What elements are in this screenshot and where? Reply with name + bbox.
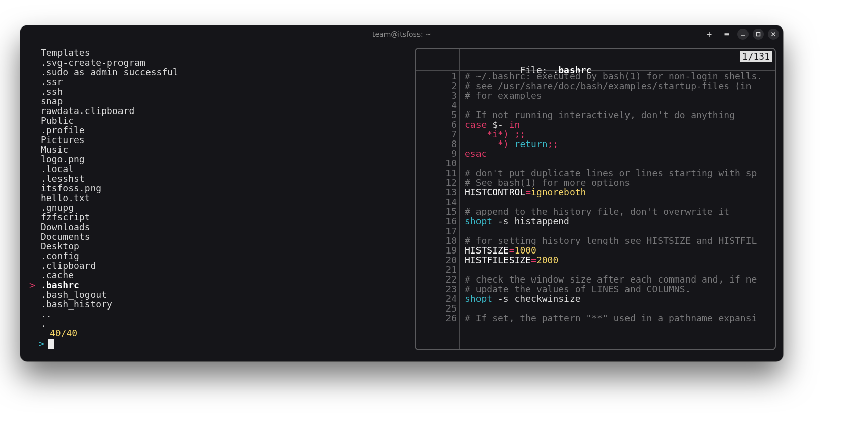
list-item[interactable]: Music	[29, 145, 416, 154]
list-item-label: .profile	[41, 125, 85, 135]
line-number: 16	[416, 216, 457, 226]
code-text: case $- in	[465, 120, 772, 129]
list-item-label: .lesshst	[41, 173, 85, 184]
list-item-label: .bashrc	[41, 279, 79, 290]
list-item-label: snap	[41, 96, 63, 106]
preview-pane[interactable]: File: .bashrc 1/131 1# ~/.bashrc: execut…	[415, 48, 776, 350]
list-item-label: Desktop	[41, 241, 79, 251]
list-item[interactable]: Downloads	[29, 222, 416, 232]
line-number: 12	[416, 178, 457, 187]
list-item[interactable]: .	[29, 319, 416, 328]
code-line: 22# check the window size after each com…	[416, 274, 775, 284]
list-item[interactable]: .lesshst	[29, 174, 416, 183]
list-item[interactable]: Templates	[29, 48, 416, 58]
code-text: # ~/.bashrc: executed by bash(1) for non…	[465, 71, 772, 81]
list-item-label: Downloads	[41, 221, 91, 232]
code-line: 15# append to the history file, don't ov…	[416, 207, 775, 216]
code-line: 13HISTCONTROL=ignoreboth	[416, 187, 775, 197]
line-number: 17	[416, 226, 457, 236]
list-item[interactable]: .ssh	[29, 87, 416, 96]
list-item-label: .clipboard	[41, 260, 96, 271]
code-line: 16shopt -s histappend	[416, 216, 775, 226]
code-line: 21	[416, 265, 775, 274]
list-item-label: Documents	[41, 231, 91, 242]
line-number: 10	[416, 158, 457, 168]
code-text: # for setting history length see HISTSIZ…	[465, 236, 772, 245]
list-item-label: .config	[41, 250, 79, 261]
menu-icon[interactable]: ≡	[720, 28, 733, 40]
code-line: 1# ~/.bashrc: executed by bash(1) for no…	[416, 71, 775, 81]
new-tab-icon[interactable]: +	[703, 28, 716, 40]
code-line: 11# don't put duplicate lines or lines s…	[416, 168, 775, 178]
code-text: shopt -s histappend	[465, 216, 772, 226]
list-item[interactable]: fzfscript	[29, 212, 416, 222]
list-item[interactable]: .clipboard	[29, 261, 416, 270]
chevron-right-icon: >	[29, 280, 35, 290]
list-item[interactable]: logo.png	[29, 154, 416, 164]
line-number: 24	[416, 294, 457, 303]
list-item[interactable]: .bash_logout	[29, 290, 416, 299]
list-item-label: rawdata.clipboard	[41, 105, 134, 116]
code-text: # See bash(1) for more options	[465, 178, 772, 187]
line-number: 14	[416, 197, 457, 207]
list-item-label: fzfscript	[41, 212, 91, 222]
code-text: # check the window size after each comma…	[465, 274, 772, 284]
list-item[interactable]: snap	[29, 96, 416, 106]
code-line: 18# for setting history length see HISTS…	[416, 236, 775, 245]
list-item[interactable]: .gnupg	[29, 203, 416, 212]
preview-position-badge: 1/131	[740, 51, 772, 62]
maximize-button[interactable]	[753, 29, 764, 40]
code-text: # see /usr/share/doc/bash/examples/start…	[465, 81, 772, 91]
list-item-label: .svg-create-program	[41, 57, 145, 68]
line-number: 15	[416, 207, 457, 216]
line-number: 3	[416, 91, 457, 100]
code-line: 14	[416, 197, 775, 207]
minimize-button[interactable]	[737, 29, 749, 40]
line-number: 22	[416, 274, 457, 284]
list-item[interactable]: .cache	[29, 270, 416, 280]
code-line: 20HISTFILESIZE=2000	[416, 255, 775, 265]
list-item[interactable]: rawdata.clipboard	[29, 106, 416, 116]
prompt-symbol: >	[39, 338, 44, 349]
code-line: 26# If set, the pattern "**" used in a p…	[416, 313, 775, 323]
line-number: 7	[416, 129, 457, 139]
line-number: 25	[416, 303, 457, 313]
code-line: 6case $- in	[416, 120, 775, 129]
titlebar[interactable]: team@itsfoss: ~ + ≡	[20, 25, 783, 43]
code-line: 19HISTSIZE=1000	[416, 245, 775, 255]
fzf-prompt[interactable]: >	[29, 338, 416, 349]
list-item[interactable]: Pictures	[29, 135, 416, 145]
window-title: team@itsfoss: ~	[372, 30, 431, 38]
code-text: shopt -s checkwinsize	[465, 294, 772, 303]
code-line: 12# See bash(1) for more options	[416, 178, 775, 187]
list-item[interactable]: .sudo_as_admin_successful	[29, 67, 416, 77]
line-number: 21	[416, 265, 457, 274]
list-item[interactable]: .ssr	[29, 77, 416, 87]
line-number: 1	[416, 71, 457, 81]
line-number: 23	[416, 284, 457, 294]
list-item-label: .bash_logout	[41, 289, 107, 300]
list-item[interactable]: itsfoss.png	[29, 183, 416, 193]
list-item[interactable]: Desktop	[29, 241, 416, 251]
code-line: 10	[416, 158, 775, 168]
list-item[interactable]: .bash_history	[29, 299, 416, 309]
line-number: 8	[416, 139, 457, 149]
list-item-label: Music	[41, 144, 68, 155]
list-item[interactable]: .svg-create-program	[29, 58, 416, 67]
list-item[interactable]: ..	[29, 309, 416, 319]
list-item-label: .ssr	[41, 76, 63, 87]
list-item[interactable]: Public	[29, 116, 416, 125]
list-item[interactable]: .profile	[29, 125, 416, 135]
list-item-label: Templates	[41, 47, 91, 58]
line-number: 5	[416, 110, 457, 120]
list-item[interactable]: >.bashrc	[29, 280, 416, 290]
fzf-file-list[interactable]: Templates.svg-create-program.sudo_as_adm…	[29, 48, 416, 349]
list-item[interactable]: hello.txt	[29, 193, 416, 203]
list-item-label: .local	[41, 163, 74, 174]
list-item[interactable]: .local	[29, 164, 416, 174]
list-item[interactable]: Documents	[29, 232, 416, 241]
preview-body[interactable]: 1# ~/.bashrc: executed by bash(1) for no…	[416, 71, 775, 349]
close-button[interactable]	[768, 29, 779, 40]
list-item-label: .	[41, 318, 46, 329]
list-item[interactable]: .config	[29, 251, 416, 261]
